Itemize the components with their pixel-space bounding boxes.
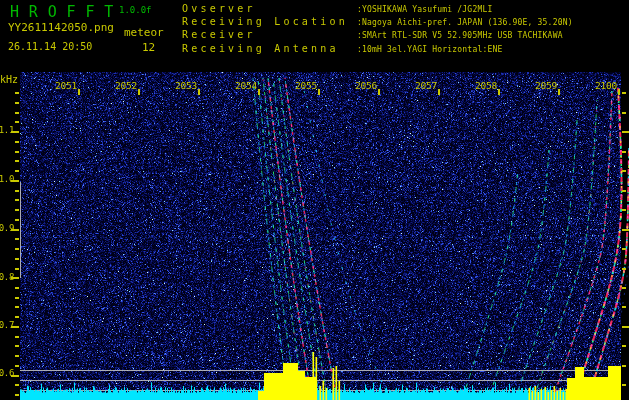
time-tick-label: 2056 — [351, 80, 381, 91]
time-tick-label: 2055 — [291, 80, 321, 91]
freq-tick-label: 0.6 — [0, 368, 14, 378]
time-tick-label: 2054 — [231, 80, 261, 91]
freq-tick-label: 1.1 — [0, 125, 14, 135]
info-row: Receiver:SMArt RTL-SDR V5 52.905MHz USB … — [182, 29, 573, 42]
freq-unit-label: kHz — [0, 74, 18, 85]
info-row: Receiving Antenna:10mH 3el.YAGI Horizont… — [182, 43, 573, 56]
freq-tick-label: 0.9 — [0, 223, 14, 233]
time-tick-label: 2052 — [111, 80, 141, 91]
spectrogram-canvas — [0, 0, 629, 400]
output-filename: YY2611142050.png — [8, 21, 114, 34]
info-value: :10mH 3el.YAGI Horizontal:ENE — [357, 45, 502, 54]
receiver-info: Ovserver:YOSHIKAWA Yasufumi /JG2MLIRecei… — [182, 3, 573, 56]
observation-datetime: 26.11.14 20:50 — [8, 41, 92, 52]
app-version: 1.0.0f — [119, 5, 152, 15]
freq-tick-label: 0.7 — [0, 320, 14, 330]
time-tick-label: 2059 — [531, 80, 561, 91]
info-row: Receiving Location:Nagoya Aichi-pref. JA… — [182, 16, 573, 29]
time-tick-label: 2053 — [171, 80, 201, 91]
freq-tick-label: 1.0 — [0, 174, 14, 184]
info-label: Receiver — [182, 29, 357, 40]
mode-label: meteor — [124, 26, 164, 39]
time-tick-label: 2051 — [51, 80, 81, 91]
info-value: :Nagoya Aichi-pref. JAPAN (136.90E, 35.2… — [357, 18, 573, 27]
meteor-count: 12 — [142, 41, 155, 54]
info-label: Ovserver — [182, 3, 357, 14]
app-title: H R O F F T — [10, 3, 114, 21]
time-tick-label: 2057 — [411, 80, 441, 91]
hrofft-window: H R O F F T 1.0.0f YY2611142050.png mete… — [0, 0, 629, 400]
info-label: Receiving Antenna — [182, 43, 357, 54]
info-label: Receiving Location — [182, 16, 357, 27]
time-tick-label: 2100 — [591, 80, 621, 91]
info-row: Ovserver:YOSHIKAWA Yasufumi /JG2MLI — [182, 3, 573, 16]
info-value: :SMArt RTL-SDR V5 52.905MHz USB TACHIKAW… — [357, 31, 563, 40]
info-value: :YOSHIKAWA Yasufumi /JG2MLI — [357, 5, 492, 14]
time-tick-label: 2058 — [471, 80, 501, 91]
freq-tick-label: 0.8 — [0, 272, 14, 282]
